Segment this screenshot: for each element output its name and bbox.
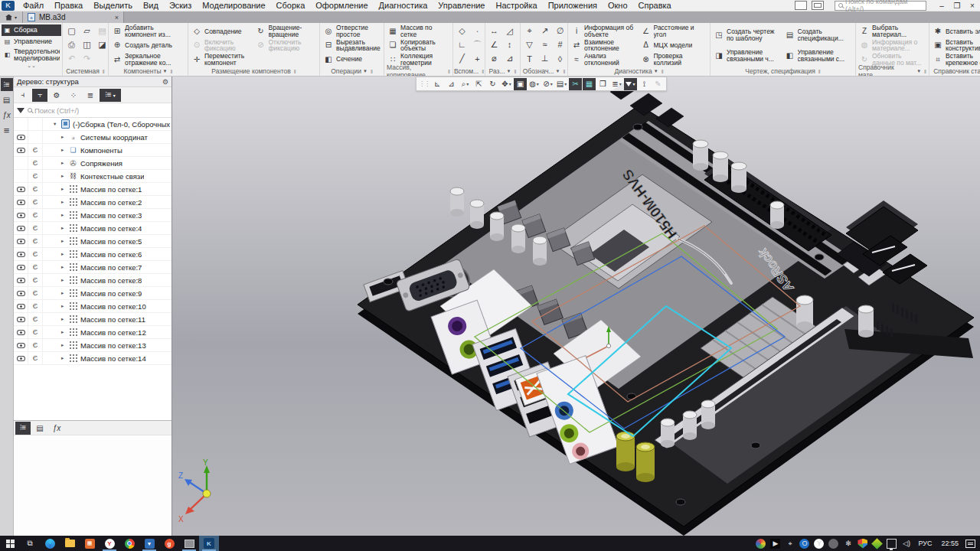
wave-line-button[interactable]: ≈ xyxy=(538,38,551,51)
rotate-view-icon[interactable]: ↻ xyxy=(486,78,499,90)
defender-icon[interactable] xyxy=(858,539,867,549)
fx-tab[interactable]: ƒx xyxy=(49,422,64,435)
clip-section-icon[interactable]: ✂ xyxy=(569,78,582,90)
start-button[interactable] xyxy=(0,536,20,551)
tree-item-components[interactable]: Є ▸ ❏ Компоненты xyxy=(14,144,172,157)
structure-view-icon[interactable]: ⫞ xyxy=(15,89,31,102)
orientation-icon[interactable]: ✥ ▾ xyxy=(500,78,513,90)
tree-item-grid-array[interactable]: Є ▸ Массив по сетке:7 xyxy=(14,261,172,274)
eye-icon[interactable] xyxy=(17,226,25,231)
object-info-button[interactable]: i Информация об объекте xyxy=(570,24,639,38)
enable-fixation-button[interactable]: ⊙ Включить фиксацию xyxy=(191,38,253,52)
grid-array-button[interactable]: ▦ Массив по сетке xyxy=(387,24,450,38)
menu-item[interactable]: Диагностика xyxy=(374,0,433,11)
zoom-fit-icon[interactable]: ⇱ xyxy=(472,78,485,90)
tree-item-coordinate-systems[interactable]: ▸ ⟓ Системы координат xyxy=(14,131,172,144)
menu-item[interactable]: Настройка xyxy=(490,0,542,11)
network-icon[interactable] xyxy=(887,539,897,549)
datum-button[interactable]: ⌖ xyxy=(523,24,536,37)
include-icon[interactable]: Є xyxy=(28,235,43,247)
diameter-dimension-button[interactable]: ⌀ xyxy=(488,53,501,65)
include-icon[interactable]: Є xyxy=(28,248,43,260)
preview-button[interactable]: ◫ xyxy=(80,38,93,51)
move-component-button[interactable]: ✛ Переместить компонент xyxy=(191,53,253,67)
save-button[interactable]: ▤ xyxy=(96,24,109,37)
redo-button[interactable]: ↷ xyxy=(80,53,93,65)
radial-dimension-button[interactable]: ◿ xyxy=(503,24,516,37)
tree-item-grid-array[interactable]: Є ▸ Массив по сетке:2 xyxy=(14,196,172,209)
include-icon[interactable]: Є xyxy=(28,339,43,351)
restore-button[interactable]: ❐ xyxy=(949,2,965,10)
include-icon[interactable]: Є xyxy=(28,274,43,286)
pinwheel-icon[interactable]: ✻ xyxy=(843,539,853,549)
tree-item-grid-array[interactable]: Є ▸ Массив по сетке:11 xyxy=(14,313,172,326)
zoom-icon[interactable]: ⌕ ▾ xyxy=(459,78,472,90)
menu-item[interactable]: Управление xyxy=(433,0,490,11)
include-icon[interactable]: Є xyxy=(28,300,43,312)
tree-item-mates[interactable]: Є ▸ ✇ Сопряжения xyxy=(14,157,172,170)
include-icon[interactable]: Є xyxy=(28,196,43,208)
menu-item[interactable]: Сборка xyxy=(271,0,311,11)
aux-plane-button[interactable]: ◇ xyxy=(456,24,469,37)
eye-icon[interactable] xyxy=(17,291,25,296)
cut-extrude-button[interactable]: ⊟ Вырезать выдавливанием xyxy=(322,38,381,52)
include-icon[interactable]: Є xyxy=(28,183,43,195)
home-button[interactable]: ▾ xyxy=(0,11,23,23)
display-options-button[interactable]: ⫶≡▾ xyxy=(100,89,121,102)
mutual-deviation-button[interactable]: ⇄ Взаимное отклонение xyxy=(570,38,639,52)
cs-placement-icon[interactable]: ⊾ xyxy=(431,78,444,90)
include-icon[interactable]: Є xyxy=(28,157,43,169)
measure-icon[interactable]: ⟟ xyxy=(638,78,651,90)
mirror-component-button[interactable]: ⇄ Зеркальное отражение ко... xyxy=(111,53,185,67)
command-search-input[interactable]: Поиск по командам (Alt+/) xyxy=(835,1,926,11)
params-tab[interactable]: ▤ xyxy=(32,422,47,435)
include-icon[interactable]: Є xyxy=(28,222,43,234)
app-logo-icon[interactable]: K xyxy=(2,1,15,11)
eye-icon[interactable] xyxy=(17,343,25,348)
variables-panel-tab[interactable]: ƒx xyxy=(1,109,13,122)
hatch-button[interactable]: # xyxy=(554,38,567,51)
include-icon[interactable]: Є xyxy=(28,209,43,221)
media-app-icon[interactable]: ▦ xyxy=(80,536,100,551)
toolbar-grip[interactable]: ⋮⋮ xyxy=(418,78,430,90)
menu-item[interactable]: Эскиз xyxy=(164,0,197,11)
include-icon[interactable]: Є xyxy=(28,144,43,156)
system-window-icon[interactable] xyxy=(179,536,199,551)
mass-properties-button[interactable]: Δ МЦХ модели xyxy=(640,38,708,52)
text-button[interactable]: T xyxy=(523,53,536,65)
edge-icon[interactable] xyxy=(40,536,60,551)
eye-icon[interactable] xyxy=(17,330,25,335)
tab-close-icon[interactable]: × xyxy=(115,14,119,21)
eye-icon[interactable] xyxy=(17,239,25,244)
eye-icon[interactable] xyxy=(17,317,25,322)
section-view-icon[interactable]: ▦ xyxy=(583,78,596,90)
menu-item[interactable]: Файл xyxy=(18,0,49,11)
shaded-mode-icon[interactable]: ▣ xyxy=(514,78,527,90)
rotation-rotation-button[interactable]: ↻ Вращение-вращение xyxy=(255,24,318,38)
create-part-button[interactable]: ⊕ Создать деталь xyxy=(111,38,185,52)
undo-button[interactable]: ↶ xyxy=(65,53,78,65)
viewport-3d[interactable]: ⋮⋮ ⊾ ⊿ ⌕ ▾ ⇱ ↻ ✥ ▾ ▣ xyxy=(172,77,980,536)
include-icon[interactable]: Є xyxy=(28,352,43,364)
eye-icon[interactable] xyxy=(17,148,25,153)
close-button[interactable]: × xyxy=(965,2,980,10)
mode-solid-modeling[interactable]: ◧ Твердотельное моделирование xyxy=(2,47,61,63)
opera-icon[interactable]: O xyxy=(799,539,809,549)
volume-icon[interactable]: ◁) xyxy=(901,539,911,549)
component-colors-icon[interactable]: ❒ xyxy=(596,78,609,90)
select-material-button[interactable]: Z Выбрать материал... xyxy=(858,24,926,38)
layout-window-icon[interactable] xyxy=(795,1,807,10)
satellite-icon[interactable]: ⌖ xyxy=(785,539,795,549)
grid-view-icon[interactable]: ⁘ xyxy=(66,89,81,102)
eye-icon[interactable] xyxy=(17,356,25,361)
insert-constructive-button[interactable]: ▣ Вставить конструктивн... xyxy=(932,38,980,52)
aux-axis-button[interactable]: ╱ xyxy=(456,53,469,65)
hide-objects-icon[interactable]: ⊘ ▾ xyxy=(541,78,554,90)
language-indicator[interactable]: РУС xyxy=(916,540,934,547)
minimize-button[interactable]: – xyxy=(934,2,949,10)
eye-icon[interactable] xyxy=(17,213,25,218)
manage-linked-drawings-button[interactable]: ◨ Управление связанными ч... xyxy=(713,46,782,67)
gray-dot-icon[interactable] xyxy=(828,539,838,549)
eye-icon[interactable] xyxy=(17,265,25,270)
gear-icon[interactable]: ⚙ xyxy=(162,78,168,86)
